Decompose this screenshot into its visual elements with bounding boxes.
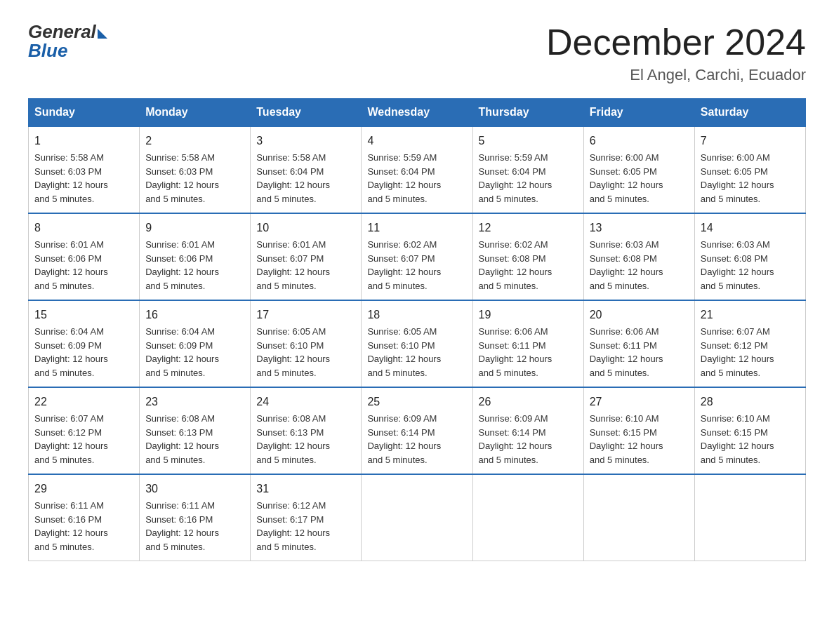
logo-triangle-icon (98, 29, 107, 39)
calendar-day-header: Monday (140, 99, 251, 127)
day-number: 22 (34, 394, 133, 410)
calendar-day-header: Sunday (29, 99, 140, 127)
month-year-title: December 2024 (546, 21, 806, 63)
calendar-week-row: 8Sunrise: 6:01 AMSunset: 6:06 PMDaylight… (29, 213, 806, 300)
calendar-day-cell: 23Sunrise: 6:08 AMSunset: 6:13 PMDayligh… (140, 387, 251, 474)
calendar-week-row: 29Sunrise: 6:11 AMSunset: 6:16 PMDayligh… (29, 474, 806, 561)
calendar-day-cell: 22Sunrise: 6:07 AMSunset: 6:12 PMDayligh… (29, 387, 140, 474)
day-number: 25 (367, 394, 466, 410)
day-info: Sunrise: 6:02 AMSunset: 6:08 PMDaylight:… (479, 239, 552, 291)
calendar-day-cell: 21Sunrise: 6:07 AMSunset: 6:12 PMDayligh… (694, 300, 805, 387)
location-subtitle: El Angel, Carchi, Ecuador (546, 66, 806, 84)
day-number: 19 (479, 307, 578, 323)
calendar-day-cell: 28Sunrise: 6:10 AMSunset: 6:15 PMDayligh… (694, 387, 805, 474)
calendar-table: SundayMondayTuesdayWednesdayThursdayFrid… (28, 98, 806, 561)
day-number: 10 (256, 220, 355, 236)
day-info: Sunrise: 6:00 AMSunset: 6:05 PMDaylight:… (701, 152, 774, 204)
day-number: 21 (701, 307, 800, 323)
calendar-day-cell: 17Sunrise: 6:05 AMSunset: 6:10 PMDayligh… (251, 300, 362, 387)
day-info: Sunrise: 6:01 AMSunset: 6:06 PMDaylight:… (145, 239, 219, 291)
day-number: 1 (34, 133, 133, 149)
day-info: Sunrise: 6:06 AMSunset: 6:11 PMDaylight:… (590, 326, 663, 378)
day-info: Sunrise: 6:07 AMSunset: 6:12 PMDaylight:… (701, 326, 774, 378)
day-number: 27 (590, 394, 689, 410)
calendar-day-cell: 6Sunrise: 6:00 AMSunset: 6:05 PMDaylight… (583, 126, 694, 213)
calendar-day-cell: 30Sunrise: 6:11 AMSunset: 6:16 PMDayligh… (140, 474, 251, 561)
calendar-day-cell: 15Sunrise: 6:04 AMSunset: 6:09 PMDayligh… (29, 300, 140, 387)
day-info: Sunrise: 6:10 AMSunset: 6:15 PMDaylight:… (701, 413, 774, 465)
calendar-day-cell: 25Sunrise: 6:09 AMSunset: 6:14 PMDayligh… (362, 387, 472, 474)
calendar-day-cell: 26Sunrise: 6:09 AMSunset: 6:14 PMDayligh… (472, 387, 583, 474)
day-info: Sunrise: 6:02 AMSunset: 6:07 PMDaylight:… (367, 239, 441, 291)
day-number: 11 (367, 220, 466, 236)
day-info: Sunrise: 5:58 AMSunset: 6:04 PMDaylight:… (256, 152, 330, 204)
day-number: 5 (479, 133, 578, 149)
day-number: 31 (256, 481, 355, 497)
calendar-day-cell (583, 474, 694, 561)
day-info: Sunrise: 6:10 AMSunset: 6:15 PMDaylight:… (590, 413, 663, 465)
calendar-day-cell (694, 474, 805, 561)
day-info: Sunrise: 6:05 AMSunset: 6:10 PMDaylight:… (256, 326, 330, 378)
day-info: Sunrise: 6:12 AMSunset: 6:17 PMDaylight:… (256, 500, 330, 552)
calendar-day-cell: 19Sunrise: 6:06 AMSunset: 6:11 PMDayligh… (472, 300, 583, 387)
calendar-day-header: Saturday (694, 99, 805, 127)
calendar-day-cell: 31Sunrise: 6:12 AMSunset: 6:17 PMDayligh… (251, 474, 362, 561)
calendar-day-cell: 24Sunrise: 6:08 AMSunset: 6:13 PMDayligh… (251, 387, 362, 474)
calendar-header-row: SundayMondayTuesdayWednesdayThursdayFrid… (29, 99, 806, 127)
day-number: 30 (145, 481, 244, 497)
day-number: 15 (34, 307, 133, 323)
calendar-day-cell: 3Sunrise: 5:58 AMSunset: 6:04 PMDaylight… (251, 126, 362, 213)
day-info: Sunrise: 6:01 AMSunset: 6:07 PMDaylight:… (256, 239, 330, 291)
day-number: 16 (145, 307, 244, 323)
day-number: 12 (479, 220, 578, 236)
day-info: Sunrise: 6:01 AMSunset: 6:06 PMDaylight:… (34, 239, 108, 291)
calendar-day-cell: 27Sunrise: 6:10 AMSunset: 6:15 PMDayligh… (583, 387, 694, 474)
calendar-day-cell: 7Sunrise: 6:00 AMSunset: 6:05 PMDaylight… (694, 126, 805, 213)
calendar-day-cell (472, 474, 583, 561)
calendar-day-cell: 1Sunrise: 5:58 AMSunset: 6:03 PMDaylight… (29, 126, 140, 213)
page-header: General Blue December 2024 El Angel, Car… (28, 21, 806, 84)
calendar-day-cell: 12Sunrise: 6:02 AMSunset: 6:08 PMDayligh… (472, 213, 583, 300)
day-number: 9 (145, 220, 244, 236)
day-info: Sunrise: 6:03 AMSunset: 6:08 PMDaylight:… (590, 239, 663, 291)
calendar-week-row: 1Sunrise: 5:58 AMSunset: 6:03 PMDaylight… (29, 126, 806, 213)
calendar-day-cell: 5Sunrise: 5:59 AMSunset: 6:04 PMDaylight… (472, 126, 583, 213)
calendar-day-cell: 2Sunrise: 5:58 AMSunset: 6:03 PMDaylight… (140, 126, 251, 213)
calendar-day-header: Friday (583, 99, 694, 127)
day-number: 13 (590, 220, 689, 236)
calendar-day-header: Tuesday (251, 99, 362, 127)
day-number: 2 (145, 133, 244, 149)
day-number: 20 (590, 307, 689, 323)
calendar-day-cell: 18Sunrise: 6:05 AMSunset: 6:10 PMDayligh… (362, 300, 472, 387)
day-number: 29 (34, 481, 133, 497)
calendar-day-header: Wednesday (362, 99, 472, 127)
calendar-day-cell: 29Sunrise: 6:11 AMSunset: 6:16 PMDayligh… (29, 474, 140, 561)
day-info: Sunrise: 6:08 AMSunset: 6:13 PMDaylight:… (256, 413, 330, 465)
day-number: 26 (479, 394, 578, 410)
day-number: 24 (256, 394, 355, 410)
day-number: 17 (256, 307, 355, 323)
calendar-day-cell: 10Sunrise: 6:01 AMSunset: 6:07 PMDayligh… (251, 213, 362, 300)
day-info: Sunrise: 5:58 AMSunset: 6:03 PMDaylight:… (145, 152, 219, 204)
day-number: 6 (590, 133, 689, 149)
calendar-day-cell: 4Sunrise: 5:59 AMSunset: 6:04 PMDaylight… (362, 126, 472, 213)
logo-blue: Blue (28, 40, 67, 62)
day-number: 3 (256, 133, 355, 149)
day-number: 28 (701, 394, 800, 410)
calendar-week-row: 22Sunrise: 6:07 AMSunset: 6:12 PMDayligh… (29, 387, 806, 474)
calendar-day-cell: 20Sunrise: 6:06 AMSunset: 6:11 PMDayligh… (583, 300, 694, 387)
day-info: Sunrise: 6:07 AMSunset: 6:12 PMDaylight:… (34, 413, 108, 465)
day-info: Sunrise: 6:03 AMSunset: 6:08 PMDaylight:… (701, 239, 774, 291)
title-block: December 2024 El Angel, Carchi, Ecuador (546, 21, 806, 84)
calendar-day-cell: 14Sunrise: 6:03 AMSunset: 6:08 PMDayligh… (694, 213, 805, 300)
day-info: Sunrise: 6:09 AMSunset: 6:14 PMDaylight:… (367, 413, 441, 465)
day-info: Sunrise: 5:58 AMSunset: 6:03 PMDaylight:… (34, 152, 108, 204)
day-info: Sunrise: 5:59 AMSunset: 6:04 PMDaylight:… (367, 152, 441, 204)
day-number: 4 (367, 133, 466, 149)
calendar-day-cell: 8Sunrise: 6:01 AMSunset: 6:06 PMDaylight… (29, 213, 140, 300)
day-number: 18 (367, 307, 466, 323)
day-number: 8 (34, 220, 133, 236)
day-info: Sunrise: 6:04 AMSunset: 6:09 PMDaylight:… (145, 326, 219, 378)
day-info: Sunrise: 6:11 AMSunset: 6:16 PMDaylight:… (145, 500, 219, 552)
calendar-day-cell: 9Sunrise: 6:01 AMSunset: 6:06 PMDaylight… (140, 213, 251, 300)
